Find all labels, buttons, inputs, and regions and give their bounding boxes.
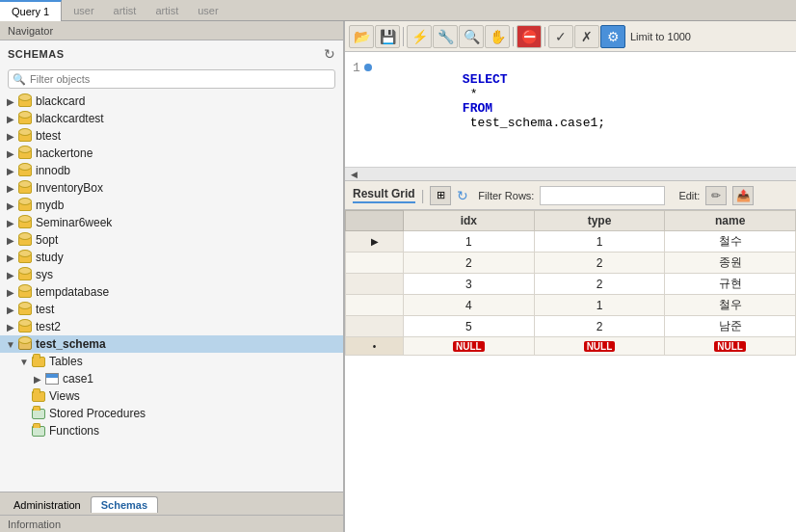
query-tab-bar: Query 1 user artist artist user [0, 0, 796, 21]
settings-button[interactable]: ⚙ [600, 25, 625, 48]
folder-icon-functions [31, 424, 46, 438]
schema-item-views[interactable]: Views [0, 387, 343, 405]
schema-label-test-schema: test_schema [36, 337, 106, 351]
db-icon-test2 [17, 320, 33, 333]
schema-item-sys[interactable]: sys [0, 266, 343, 283]
schema-item-seminar6week[interactable]: Seminar6week [0, 214, 343, 231]
sql-content[interactable]: SELECT * FROM test_schema.case1; [380, 58, 788, 161]
schema-item-test-schema[interactable]: test_schema [0, 335, 343, 353]
schema-item-functions[interactable]: Functions [0, 422, 343, 439]
table-icon-case1 [44, 372, 60, 386]
filter-rows-input[interactable] [540, 186, 665, 205]
arrow-tempdatabase [4, 287, 17, 298]
navigator-header: Navigator [0, 21, 343, 40]
grid-icon-button[interactable]: ⊞ [430, 186, 451, 205]
query-tab-1[interactable]: Query 1 [0, 0, 62, 21]
db-icon-5opt [17, 233, 33, 247]
schema-item-tables[interactable]: Tables [0, 353, 343, 370]
schema-item-stored-procedures[interactable]: Stored Procedures [0, 405, 343, 422]
user-label-3: artist [155, 5, 178, 16]
row-arrow-2 [346, 253, 404, 274]
cell-idx-3: 3 [404, 274, 535, 295]
db-icon-blackcard [17, 94, 33, 108]
execute-button[interactable]: ⚡ [407, 25, 432, 48]
table-row: 5 2 남준 [346, 316, 796, 337]
h-scroll-left-arrow[interactable]: ◀ [349, 170, 359, 179]
db-icon-blackcardtest [17, 112, 33, 125]
schema-item-test[interactable]: test [0, 301, 343, 318]
schema-item-tempdatabase[interactable]: tempdatabase [0, 283, 343, 301]
schema-item-blackcardtest[interactable]: blackcardtest [0, 110, 343, 127]
search-button[interactable]: 🔍 [459, 25, 484, 48]
schema-item-study[interactable]: study [0, 249, 343, 266]
schema-label-mydb: mydb [36, 199, 64, 212]
arrow-study [4, 253, 17, 263]
schema-item-innodb[interactable]: innodb [0, 162, 343, 179]
info-label: Information [8, 519, 61, 530]
schema-item-5opt[interactable]: 5opt [0, 231, 343, 249]
schema-tree: blackcard blackcardtest btest hackertone [0, 93, 343, 492]
save-button[interactable]: 💾 [375, 25, 400, 48]
schema-item-mydb[interactable]: mydb [0, 197, 343, 214]
cancel-button[interactable]: ✗ [574, 25, 599, 48]
schema-label-blackcard: blackcard [36, 94, 85, 108]
db-icon-test [17, 303, 33, 316]
tab-administration[interactable]: Administration [4, 497, 91, 513]
result-table-container[interactable]: idx type name ▶ 1 1 철수 [345, 210, 796, 532]
table-row: 2 2 종원 [346, 253, 796, 274]
schema-item-hackertone[interactable]: hackertone [0, 145, 343, 162]
filter-input[interactable] [8, 69, 335, 89]
cell-name-2: 종원 [665, 253, 796, 274]
schema-item-case1[interactable]: case1 [0, 370, 343, 387]
result-grid-tab[interactable]: Result Grid [353, 187, 415, 203]
db-icon-btest [17, 129, 33, 143]
arrow-blackcard [4, 96, 17, 107]
hand-button[interactable]: ✋ [485, 25, 510, 48]
schema-item-test2[interactable]: test2 [0, 318, 343, 335]
result-toolbar: Result Grid | ⊞ ↻ Filter Rows: Edit: ✏ 📤 [345, 181, 796, 210]
schemas-label: SCHEMAS [8, 48, 65, 60]
schema-label-5opt: 5opt [36, 233, 58, 247]
row-indicator-header [346, 211, 404, 231]
cell-type-5: 2 [534, 316, 665, 337]
cell-name-1: 철수 [665, 231, 796, 253]
cell-type-1: 1 [534, 231, 665, 253]
arrow-hackertone [4, 148, 17, 159]
schema-item-btest[interactable]: btest [0, 127, 343, 145]
db-icon-hackertone [17, 146, 33, 160]
schema-item-inventorybox[interactable]: InventoryBox [0, 179, 343, 197]
tab-schemas[interactable]: Schemas [91, 496, 158, 513]
tables-label: Tables [49, 355, 83, 368]
limit-label: Limit to 1000 [630, 31, 691, 42]
toolbar: 📂 💾 ⚡ 🔧 🔍 ✋ ⛔ ✓ ✗ ⚙ Limit to 1000 [345, 21, 796, 52]
explain-button[interactable]: 🔧 [433, 25, 458, 48]
check-button[interactable]: ✓ [548, 25, 573, 48]
row-arrow-3 [346, 274, 404, 295]
bottom-tabs: Administration Schemas [0, 492, 343, 515]
schema-label-innodb: innodb [36, 164, 70, 177]
sql-table-ref: test_schema.case1; [463, 116, 605, 130]
cell-name-null: NULL [665, 337, 796, 356]
export-button[interactable]: 📤 [732, 186, 754, 205]
filter-box: 🔍 [8, 69, 335, 89]
db-icon-mydb [17, 199, 33, 212]
db-icon-tempdatabase [17, 285, 33, 299]
db-icon-seminar6week [17, 216, 33, 229]
arrow-tables [17, 357, 31, 367]
schemas-refresh-icon[interactable]: ↻ [324, 46, 335, 62]
toolbar-sep-3 [544, 27, 545, 46]
stop-button[interactable]: ⛔ [517, 25, 542, 48]
cell-type-4: 1 [534, 295, 665, 316]
arrow-test2 [4, 322, 17, 332]
open-file-button[interactable]: 📂 [349, 25, 374, 48]
tab-schemas-label: Schemas [101, 499, 147, 511]
edit-pencil-button[interactable]: ✏ [705, 186, 727, 205]
db-icon-study [17, 251, 33, 264]
cell-type-null: NULL [534, 337, 665, 356]
h-scroll-area[interactable]: ◀ [345, 168, 796, 181]
line-numbers: 1 [353, 58, 380, 161]
schema-item-blackcard[interactable]: blackcard [0, 93, 343, 110]
schema-label-test: test [36, 303, 54, 316]
schema-label-sys: sys [36, 268, 53, 281]
schema-label-blackcardtest: blackcardtest [36, 112, 104, 125]
